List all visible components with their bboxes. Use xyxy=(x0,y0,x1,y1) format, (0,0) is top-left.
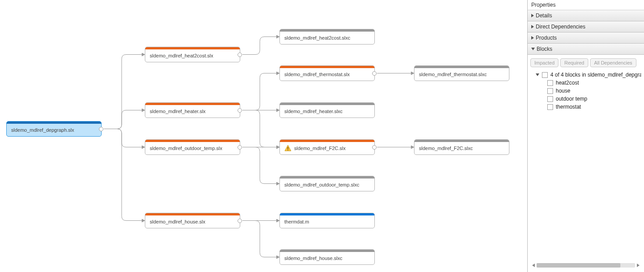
scroll-track[interactable] xyxy=(537,263,635,268)
chevron-down-icon xyxy=(531,48,535,50)
checkbox[interactable] xyxy=(547,96,553,102)
node-house-slxc[interactable]: sldemo_mdlref_house.slxc xyxy=(279,249,375,265)
node-heater[interactable]: sldemo_mdlref_heater.slx xyxy=(145,102,240,118)
tree-item[interactable]: heat2cost xyxy=(530,79,641,87)
node-outdoor-temp[interactable]: sldemo_mdlref_outdoor_temp.slx xyxy=(145,139,240,155)
node-outdoor-temp-slxc[interactable]: sldemo_mdlref_outdoor_temp.slxc xyxy=(279,176,375,191)
node-label: sldemo_mdlref_thermostat.slxc xyxy=(419,72,487,77)
tree-item-label: house xyxy=(556,88,570,94)
svg-rect-0 xyxy=(287,147,288,149)
checkbox[interactable] xyxy=(547,80,553,86)
node-label: sldemo_mdlref_house.slx xyxy=(150,219,205,224)
node-label: sldemo_mdlref_heater.slxc xyxy=(284,109,343,114)
impacted-button[interactable]: Impacted xyxy=(530,58,558,67)
chevron-down-icon xyxy=(536,73,539,76)
tree-root-label: 4 of 4 blocks in sldemo_mdlref_depgraph xyxy=(550,72,641,78)
chevron-right-icon xyxy=(531,25,534,28)
checkbox[interactable] xyxy=(547,104,553,110)
tree-item[interactable]: outdoor temp xyxy=(530,95,641,103)
section-label: Blocks xyxy=(537,46,552,52)
dependency-graph-canvas[interactable]: sldemo_mdlref_depgraph.slx sldemo_mdlref… xyxy=(0,0,527,272)
node-label: thermdat.m xyxy=(284,219,309,224)
node-output-port[interactable] xyxy=(238,219,242,223)
chevron-right-icon xyxy=(531,14,534,17)
chevron-right-icon xyxy=(531,36,534,40)
section-label: Details xyxy=(536,12,552,19)
required-button[interactable]: Required xyxy=(560,58,588,67)
horizontal-scrollbar[interactable] xyxy=(530,262,641,270)
blocks-tree: 4 of 4 blocks in sldemo_mdlref_depgraph … xyxy=(530,71,641,262)
node-output-port[interactable] xyxy=(238,145,242,150)
tree-root-row[interactable]: 4 of 4 blocks in sldemo_mdlref_depgraph xyxy=(530,71,641,79)
section-blocks[interactable]: Blocks xyxy=(528,44,644,55)
checkbox[interactable] xyxy=(542,72,548,78)
node-label: sldemo_mdlref_F2C.slxc xyxy=(419,146,473,151)
node-f2c-slxc[interactable]: sldemo_mdlref_F2C.slxc xyxy=(414,139,509,155)
checkbox[interactable] xyxy=(547,88,553,94)
section-details[interactable]: Details xyxy=(528,10,644,21)
node-label: sldemo_mdlref_outdoor_temp.slxc xyxy=(284,182,359,187)
node-label: sldemo_mdlref_F2C.slx xyxy=(294,146,346,151)
all-dependencies-button[interactable]: All Dependencies xyxy=(590,58,636,67)
node-label: sldemo_mdlref_heat2cost.slx xyxy=(150,53,213,58)
node-thermostat[interactable]: sldemo_mdlref_thermostat.slx xyxy=(279,65,375,81)
svg-rect-1 xyxy=(287,150,288,150)
node-output-port[interactable] xyxy=(372,145,377,150)
node-thermostat-slxc[interactable]: sldemo_mdlref_thermostat.slxc xyxy=(414,65,509,81)
tree-item-label: outdoor temp xyxy=(556,96,587,102)
node-heat2cost-slxc[interactable]: sldemo_mdlref_heat2cost.slxc xyxy=(279,29,375,45)
tree-item[interactable]: thermostat xyxy=(530,103,641,111)
node-label: sldemo_mdlref_house.slxc xyxy=(284,256,342,261)
node-heat2cost[interactable]: sldemo_mdlref_heat2cost.slx xyxy=(145,47,240,62)
node-output-port[interactable] xyxy=(99,127,103,131)
node-label: sldemo_mdlref_heater.slx xyxy=(150,109,205,114)
node-root[interactable]: sldemo_mdlref_depgraph.slx xyxy=(6,121,102,137)
node-output-port[interactable] xyxy=(238,108,242,113)
blocks-section-body: Impacted Required All Dependencies 4 of … xyxy=(528,55,644,272)
node-label: sldemo_mdlref_outdoor_temp.slx xyxy=(150,146,222,151)
tree-item[interactable]: house xyxy=(530,87,641,95)
properties-panel: Properties Details Direct Dependencies P… xyxy=(527,0,644,272)
node-heater-slxc[interactable]: sldemo_mdlref_heater.slxc xyxy=(279,102,375,118)
scroll-left-icon[interactable] xyxy=(532,264,535,267)
node-label: sldemo_mdlref_thermostat.slx xyxy=(284,72,350,77)
node-label: sldemo_mdlref_depgraph.slx xyxy=(11,127,74,133)
section-products[interactable]: Products xyxy=(528,32,644,44)
tree-item-label: heat2cost xyxy=(556,80,579,86)
node-label: sldemo_mdlref_heat2cost.slxc xyxy=(284,35,350,41)
section-direct-dependencies[interactable]: Direct Dependencies xyxy=(528,21,644,32)
node-output-port[interactable] xyxy=(238,53,242,57)
scroll-thumb[interactable] xyxy=(537,263,620,268)
node-house[interactable]: sldemo_mdlref_house.slx xyxy=(145,213,240,228)
node-thermdat[interactable]: thermdat.m xyxy=(279,213,375,228)
section-label: Products xyxy=(536,35,557,41)
warning-icon xyxy=(284,145,291,152)
tree-item-label: thermostat xyxy=(556,104,581,110)
node-f2c[interactable]: sldemo_mdlref_F2C.slx xyxy=(279,139,375,155)
scroll-right-icon[interactable] xyxy=(637,264,640,267)
node-output-port[interactable] xyxy=(372,71,377,76)
section-label: Direct Dependencies xyxy=(536,24,585,30)
panel-title: Properties xyxy=(528,0,644,10)
